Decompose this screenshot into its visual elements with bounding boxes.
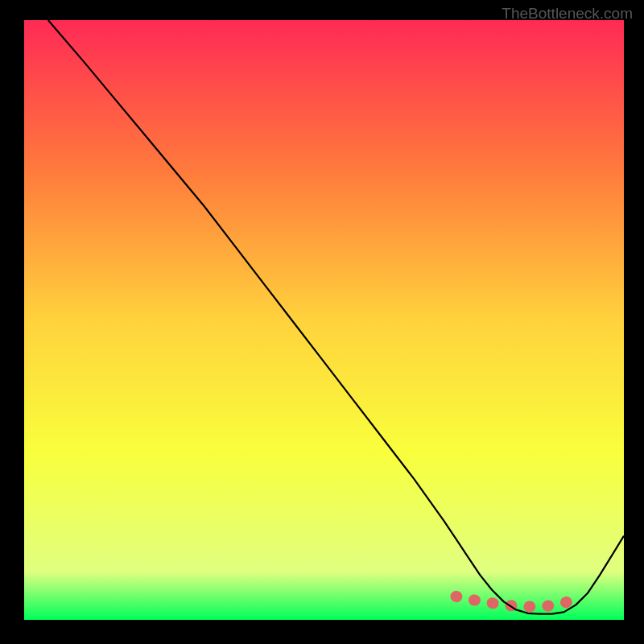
chart-svg: [24, 20, 624, 620]
chart-background-gradient: [24, 20, 624, 620]
watermark-text: TheBottleneck.com: [502, 5, 633, 23]
chart-plot-area: [24, 20, 624, 620]
